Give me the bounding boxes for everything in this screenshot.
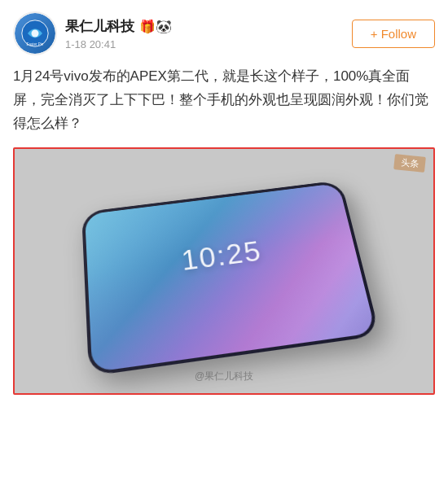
user-details: 果仁儿科技 🎁🐼 1-18 20:41 (65, 17, 172, 50)
phone-body: 10:25 (81, 180, 380, 376)
timestamp: 1-18 20:41 (65, 38, 172, 50)
avatar[interactable]: Easter Pie (13, 11, 57, 55)
phone-scene: 10:25 (15, 149, 433, 393)
svg-point-1 (32, 30, 39, 37)
username-emojis: 🎁🐼 (139, 19, 172, 34)
post-text: 1月24号vivo发布的APEX第二代，就是长这个样子，100%真全面屏，完全消… (13, 65, 435, 136)
post-container: Easter Pie 果仁儿科技 🎁🐼 1-18 20:41 + Follow … (0, 0, 448, 406)
username: 果仁儿科技 🎁🐼 (65, 17, 172, 36)
image-watermark: @果仁儿科技 (15, 366, 433, 387)
post-header: Easter Pie 果仁儿科技 🎁🐼 1-18 20:41 + Follow (13, 11, 435, 55)
svg-text:Easter Pie: Easter Pie (27, 42, 44, 46)
follow-button[interactable]: + Follow (352, 20, 435, 48)
phone-render: 头条 10:25 @果仁儿科技 (15, 149, 433, 393)
phone-screen: 10:25 (85, 183, 376, 373)
user-info-left: Easter Pie 果仁儿科技 🎁🐼 1-18 20:41 (13, 11, 172, 55)
screen-overlay (85, 183, 376, 373)
post-image: 头条 10:25 @果仁儿科技 (13, 147, 435, 395)
